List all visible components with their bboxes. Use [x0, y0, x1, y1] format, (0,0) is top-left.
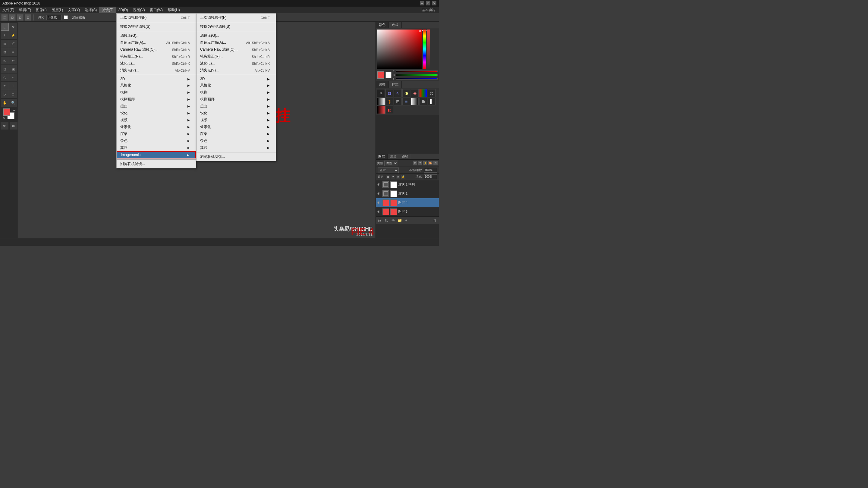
filter-r-noise[interactable]: 杂色 ▶ — [196, 137, 276, 144]
filter-r-lens-correction[interactable]: 镜头校正(R)... Shift+Ctrl+R — [196, 53, 276, 60]
layer-row-shape1-copy[interactable]: 👁 形状 1 拷贝 — [376, 180, 439, 189]
reset-colors-icon[interactable]: ⊙ — [3, 116, 5, 119]
minimize-button[interactable]: ─ — [420, 1, 424, 5]
r-slider[interactable] — [396, 70, 438, 72]
filter-r-sharpen[interactable]: 锐化 ▶ — [196, 110, 276, 117]
menu-select[interactable]: 选择(S) — [82, 7, 99, 13]
filter-icon-3[interactable]: ⚡ — [423, 161, 427, 165]
tool-btn-3[interactable]: ◻ — [17, 14, 24, 21]
hue-slider[interactable] — [423, 30, 426, 69]
menu-file[interactable]: 文件(F) — [0, 7, 17, 13]
menu-view[interactable]: 视图(V) — [130, 7, 147, 13]
tab-styles[interactable]: 样式 — [389, 82, 402, 88]
filter-last-op[interactable]: 上次滤镜操作(F) Ctrl+F — [117, 14, 196, 21]
filter-r-other[interactable]: 其它 ▶ — [196, 144, 276, 151]
alpha-slider[interactable] — [427, 30, 430, 69]
filter-distort[interactable]: 扭曲 ▶ — [117, 103, 196, 110]
adj-channel-mixer[interactable]: ⊞ — [394, 98, 402, 105]
window-controls[interactable]: ─ □ ✕ — [420, 1, 436, 5]
filter-r-smart-convert[interactable]: 转换为智能滤镜(S) — [196, 23, 276, 30]
tab-paths[interactable]: 路径 — [399, 154, 411, 159]
bg-color-preview[interactable] — [385, 72, 392, 78]
layer-eye-icon-2[interactable]: 👁 — [377, 192, 381, 196]
filter-browse-online[interactable]: 浏览联机滤镜... — [117, 161, 196, 167]
feather-input[interactable] — [46, 15, 61, 20]
filter-blur[interactable]: 模糊 ▶ — [117, 89, 196, 96]
filter-r-render[interactable]: 渲染 ▶ — [196, 130, 276, 137]
tool-btn-2[interactable]: ◻ — [9, 14, 16, 21]
lock-pixels-icon[interactable]: ▦ — [386, 175, 390, 179]
filter-stylize[interactable]: 风格化 ▶ — [117, 82, 196, 89]
fx-icon[interactable]: fx — [384, 218, 389, 223]
shape-tool[interactable]: □ — [9, 90, 17, 98]
adj-threshold[interactable]: ▌ — [428, 98, 435, 105]
tab-layers[interactable]: 图层 — [376, 154, 388, 159]
adj-color-balance[interactable]: ⚖ — [428, 89, 435, 97]
path-select-tool[interactable]: ▷ — [1, 90, 9, 98]
filter-type-select[interactable]: 类型 — [384, 161, 398, 166]
history-brush[interactable]: ↩ — [9, 57, 17, 64]
adj-selective-color[interactable]: ◐ — [385, 106, 393, 114]
filter-r-blur[interactable]: 模糊 ▶ — [196, 89, 276, 96]
opacity-input[interactable] — [424, 168, 437, 173]
filter-render[interactable]: 渲染 ▶ — [117, 130, 196, 137]
filter-r-liquify[interactable]: 液化(L)... Shift+Ctrl+X — [196, 60, 276, 67]
filter-r-stylize[interactable]: 风格化 ▶ — [196, 82, 276, 89]
layer-eye-icon-4[interactable]: 👁 — [377, 210, 381, 214]
filter-icon-1[interactable]: ⊞ — [413, 161, 417, 165]
brush-tool[interactable]: ✏ — [9, 48, 17, 56]
switch-colors-icon[interactable]: ⇌ — [13, 108, 16, 111]
adj-vibrance[interactable]: ◈ — [411, 89, 418, 97]
menu-text[interactable]: 文字(Y) — [65, 7, 82, 13]
b-slider[interactable] — [396, 78, 438, 79]
filter-r-vanishing-point[interactable]: 消失点(V)... Alt+Ctrl+V — [196, 67, 276, 74]
filter-r-last-op[interactable]: 上次滤镜操作(F) Ctrl+F — [196, 14, 276, 21]
fg-color-preview[interactable] — [377, 71, 384, 78]
magic-wand-tool[interactable]: ⚡ — [9, 31, 17, 39]
blend-mode-select[interactable]: 正常 — [378, 167, 399, 173]
adj-gradient-map[interactable] — [377, 106, 385, 114]
tab-adjustments[interactable]: 调整 — [376, 82, 389, 88]
patch-tool[interactable]: ⊡ — [1, 48, 9, 56]
filter-adaptive-wide[interactable]: 自适应广角(A)... Alt+Shift+Ctrl+A — [117, 39, 196, 46]
add-mask-icon[interactable]: ◎ — [390, 218, 396, 223]
foreground-color-swatch[interactable] — [3, 108, 10, 116]
adj-exposure[interactable]: ◑ — [402, 89, 410, 97]
filter-r-video[interactable]: 视频 ▶ — [196, 117, 276, 124]
adj-levels[interactable]: ▦ — [385, 89, 393, 97]
blur-tool[interactable]: ◌ — [1, 73, 9, 82]
filter-liquify[interactable]: 液化(L)... Shift+Ctrl+X — [117, 60, 196, 67]
menu-3d[interactable]: 3D(D) — [116, 7, 130, 13]
crop-tool[interactable]: ⊞ — [1, 40, 9, 47]
menu-image[interactable]: 图像(I) — [33, 7, 49, 13]
pen-tool[interactable]: ✒ — [1, 82, 9, 90]
workspace-label[interactable]: 基本功能 — [422, 8, 439, 12]
filter-smart-convert[interactable]: 转换为智能滤镜(S) — [117, 23, 196, 30]
filter-3d[interactable]: 3D ▶ — [117, 76, 196, 82]
layer-row-layer3[interactable]: 👁 图层 3 — [376, 207, 439, 216]
close-button[interactable]: ✕ — [432, 1, 436, 5]
menu-filter[interactable]: 滤镜(T) — [99, 7, 116, 13]
adj-photo-filter[interactable]: ◎ — [385, 98, 393, 105]
filter-blur-gallery[interactable]: 模糊画廊 ▶ — [117, 96, 196, 103]
filter-other[interactable]: 其它 ▶ — [117, 144, 196, 151]
adj-brightness[interactable]: ☀ — [377, 89, 385, 97]
tab-swatches[interactable]: 色板 — [389, 22, 402, 28]
color-gradient-area[interactable] — [377, 30, 422, 69]
hand-tool[interactable]: ✋ — [1, 99, 9, 107]
filter-r-distort[interactable]: 扭曲 ▶ — [196, 103, 276, 110]
type-tool[interactable]: T — [9, 82, 17, 90]
select-tool[interactable]: ⬚ — [1, 23, 9, 31]
filter-r-gallery[interactable]: 滤镜库(G)... — [196, 32, 276, 39]
maximize-button[interactable]: □ — [426, 1, 430, 5]
filter-r-browse-online[interactable]: 浏览联机滤镜... — [196, 153, 276, 160]
tool-btn-4[interactable]: ◻ — [25, 14, 31, 21]
new-layer-icon[interactable]: + — [404, 218, 409, 223]
new-group-icon[interactable]: 📁 — [397, 218, 402, 223]
quick-mask-tool[interactable]: ⊕ — [1, 122, 8, 130]
lock-all-icon[interactable]: 🔒 — [401, 175, 405, 179]
menu-edit[interactable]: 编辑(E) — [17, 7, 33, 13]
filter-icon-5[interactable]: ⊡ — [433, 161, 438, 165]
menu-window[interactable]: 窗口(W) — [147, 7, 165, 13]
filter-camera-raw[interactable]: Camera Raw 滤镜(C)... Shift+Ctrl+A — [117, 46, 196, 53]
